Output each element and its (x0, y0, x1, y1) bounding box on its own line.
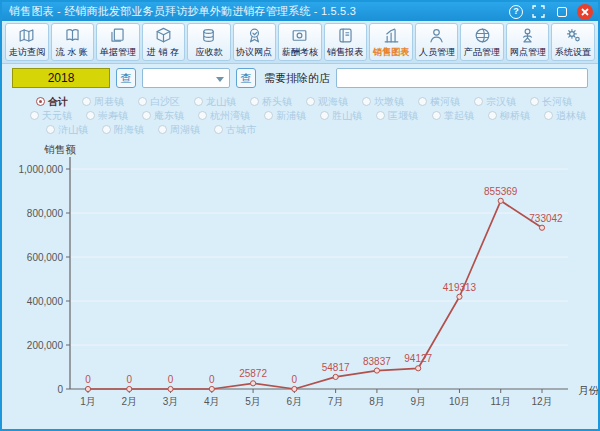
salary-icon (290, 26, 309, 45)
toolbar-button-label: 产品管理 (464, 46, 500, 58)
receivables-icon (199, 26, 218, 45)
radio-circle-icon (158, 125, 167, 134)
toolbar-button-协议网点[interactable]: 协议网点 (233, 23, 277, 61)
toolbar-button-进 销 存[interactable]: 进 销 存 (142, 23, 186, 61)
toolbar-button-系统设置[interactable]: 系统设置 (551, 23, 595, 61)
svg-text:0: 0 (126, 374, 132, 385)
chart-section: 0200,000400,000600,000800,0001,000,0001月… (2, 137, 598, 429)
store-radio-新浦镇[interactable]: 新浦镇 (264, 109, 306, 123)
toolbar-button-应收款[interactable]: 应收款 (187, 23, 231, 61)
svg-text:9月: 9月 (410, 396, 426, 407)
toolbar-button-label: 销售报表 (327, 46, 363, 58)
store-radio-宗汉镇[interactable]: 宗汉镇 (474, 95, 516, 109)
toolbar-button-label: 进 销 存 (147, 46, 179, 58)
resize-icon[interactable] (531, 4, 546, 19)
store-radio-白沙区[interactable]: 白沙区 (138, 95, 180, 109)
toolbar-button-人员管理[interactable]: 人员管理 (415, 23, 459, 61)
toolbar-button-销售报表[interactable]: 销售报表 (324, 23, 368, 61)
store-radio-附海镇[interactable]: 附海镇 (102, 123, 144, 137)
svg-text:855369: 855369 (484, 186, 518, 197)
store-select[interactable] (142, 68, 230, 88)
radio-circle-icon (474, 97, 483, 106)
store-radio-合计[interactable]: 合计 (36, 95, 68, 109)
radio-circle-icon (530, 97, 539, 106)
svg-text:419313: 419313 (443, 282, 477, 293)
radio-circle-icon (214, 125, 223, 134)
store-radio-label: 掌起镇 (444, 109, 474, 123)
store-radio-label: 崇寿镇 (98, 109, 128, 123)
store-radio-柳桥镇[interactable]: 柳桥镇 (488, 109, 530, 123)
store-radio-label: 柳桥镇 (500, 109, 530, 123)
toolbar-button-产品管理[interactable]: 产品管理 (460, 23, 504, 61)
store-radio-桥头镇[interactable]: 桥头镇 (250, 95, 292, 109)
radio-circle-icon (376, 111, 385, 120)
close-icon[interactable] (577, 4, 593, 20)
toolbar-button-label: 销售图表 (373, 46, 409, 58)
store-radio-坎墩镇[interactable]: 坎墩镇 (362, 95, 404, 109)
store-radio-杭州湾镇[interactable]: 杭州湾镇 (198, 109, 250, 123)
maximize-icon[interactable] (554, 4, 569, 19)
app-window: 销售图表 - 经销商批发部业务员拜访抄单外勤进销存管理系统 - 1.5.5.3 … (0, 0, 600, 431)
svg-text:5月: 5月 (245, 396, 261, 407)
store-radio-周湖镇[interactable]: 周湖镇 (158, 123, 200, 137)
toolbar-button-label: 系统设置 (555, 46, 591, 58)
toolbar-button-薪酬考核[interactable]: 薪酬考核 (278, 23, 322, 61)
store-search-button[interactable]: 查 (236, 68, 256, 88)
store-radio-天元镇[interactable]: 天元镇 (30, 109, 72, 123)
radio-circle-icon (86, 111, 95, 120)
store-radio-庵东镇[interactable]: 庵东镇 (142, 109, 184, 123)
store-radio-崇寿镇[interactable]: 崇寿镇 (86, 109, 128, 123)
inventory-icon (154, 26, 173, 45)
toolbar-button-label: 应收款 (195, 46, 222, 58)
help-icon[interactable]: ? (509, 5, 523, 19)
store-radio-label: 观海镇 (318, 95, 348, 109)
store-radio-龙山镇[interactable]: 龙山镇 (194, 95, 236, 109)
store-radio-label: 杭州湾镇 (210, 109, 250, 123)
store-radio-掌起镇[interactable]: 掌起镇 (432, 109, 474, 123)
store-radio-周巷镇[interactable]: 周巷镇 (82, 95, 124, 109)
year-input[interactable] (12, 68, 110, 88)
store-radio-label: 匡堰镇 (388, 109, 418, 123)
store-radio-label: 周巷镇 (94, 95, 124, 109)
report-icon (336, 26, 355, 45)
svg-text:4月: 4月 (204, 396, 220, 407)
svg-text:销售额: 销售额 (43, 143, 76, 155)
svg-text:0: 0 (85, 374, 91, 385)
chevron-down-icon (216, 77, 224, 82)
store-radio-长河镇[interactable]: 长河镇 (530, 95, 572, 109)
toolbar-button-label: 薪酬考核 (282, 46, 318, 58)
store-radio-横河镇[interactable]: 横河镇 (418, 95, 460, 109)
toolbar-button-单据管理[interactable]: 单据管理 (96, 23, 140, 61)
store-radio-匡堰镇[interactable]: 匡堰镇 (376, 109, 418, 123)
network-icon (518, 26, 537, 45)
exclude-store-input[interactable] (336, 68, 588, 88)
exclude-store-label: 需要排除的店 (264, 71, 330, 86)
store-radio-观海镇[interactable]: 观海镇 (306, 95, 348, 109)
toolbar-button-销售图表[interactable]: 销售图表 (369, 23, 413, 61)
svg-text:3月: 3月 (163, 396, 179, 407)
store-radio-逍林镇[interactable]: 逍林镇 (544, 109, 586, 123)
visit-icon (17, 26, 36, 45)
radio-circle-icon (46, 125, 55, 134)
svg-text:10月: 10月 (449, 396, 470, 407)
svg-text:800,000: 800,000 (27, 208, 64, 219)
window-controls: ? (509, 4, 593, 20)
svg-text:月份: 月份 (578, 384, 600, 396)
radio-circle-icon (198, 111, 207, 120)
toolbar-button-流 水 账[interactable]: 流 水 账 (51, 23, 95, 61)
radio-circle-icon (320, 111, 329, 120)
radio-circle-icon (102, 125, 111, 134)
radio-circle-icon (544, 111, 553, 120)
store-radio-label: 桥头镇 (262, 95, 292, 109)
radio-circle-icon (194, 97, 203, 106)
documents-icon (108, 26, 127, 45)
store-radio-胜山镇[interactable]: 胜山镇 (320, 109, 362, 123)
radio-circle-icon (36, 97, 45, 106)
toolbar-button-网点管理[interactable]: 网点管理 (506, 23, 550, 61)
toolbar-button-走访查阅[interactable]: 走访查阅 (5, 23, 49, 61)
store-radio-label: 周湖镇 (170, 123, 200, 137)
store-radio-古城市[interactable]: 古城市 (214, 123, 256, 137)
store-radio-浒山镇[interactable]: 浒山镇 (46, 123, 88, 137)
svg-text:7月: 7月 (328, 396, 344, 407)
year-search-button[interactable]: 查 (116, 68, 136, 88)
